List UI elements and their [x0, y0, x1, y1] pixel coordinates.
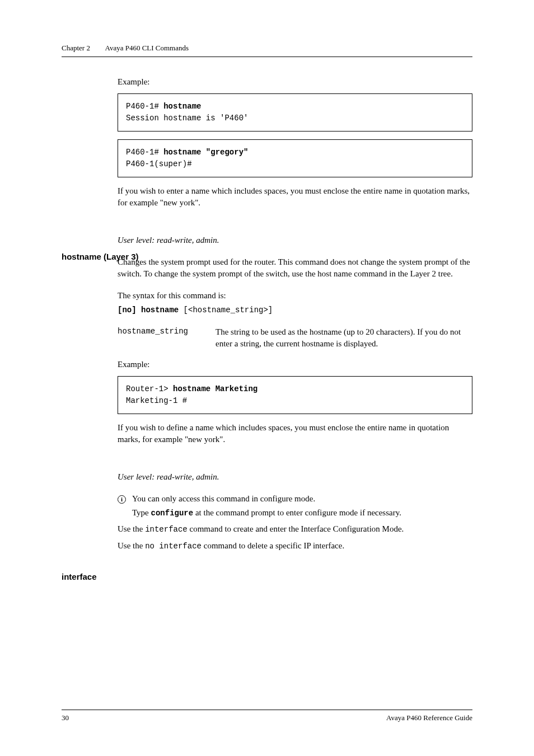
syntax-args: [<hostname_string>]: [179, 306, 273, 314]
code-text: Session hostname is 'P460': [126, 114, 248, 123]
inline-code: no interface: [145, 542, 202, 551]
user-level: User level: read-write, admin.: [118, 234, 472, 246]
code-command: hostname "gregory": [163, 148, 248, 157]
user-level: User level: read-write, admin.: [118, 471, 472, 483]
info-row: Type configure at the command prompt to …: [118, 507, 472, 519]
page-footer: 30 Avaya P460 Reference Guide: [62, 710, 472, 722]
section-heading: interface: [62, 572, 97, 581]
info-row: i You can only access this command in co…: [118, 493, 472, 505]
info-icon: i: [118, 493, 132, 505]
chapter-title: Avaya P460 CLI Commands: [105, 44, 189, 52]
syntax-label: The syntax for this command is:: [118, 290, 472, 302]
code-text: P460-1(super)#: [126, 159, 192, 168]
paragraph: Use the no interface command to delete a…: [118, 540, 472, 552]
info-text: You can only access this command in conf…: [132, 493, 472, 505]
text: Use the: [118, 524, 145, 533]
inline-code: configure: [151, 509, 194, 518]
text: command to create and enter the Interfac…: [188, 524, 404, 533]
parameter-name: hostname_string: [118, 326, 216, 350]
page-number: 30: [62, 713, 69, 722]
text: command to delete a specific IP interfac…: [202, 541, 344, 550]
syntax-line: [no] hostname [<hostname_string>]: [118, 305, 472, 316]
main-content: Example: P460-1# hostname Session hostna…: [118, 77, 472, 562]
book-title: Avaya P460 Reference Guide: [386, 713, 472, 722]
note-paragraph: If you wish to enter a name which includ…: [118, 185, 472, 209]
example-label: Example:: [118, 77, 472, 87]
code-block-2: P460-1# hostname "gregory" P460-1(super)…: [118, 139, 472, 177]
parameter-row: hostname_string The string to be used as…: [118, 326, 472, 350]
example-label: Example:: [118, 360, 472, 369]
note-paragraph: If you wish to define a name which inclu…: [118, 422, 472, 445]
text: at the command prompt to enter configure…: [193, 508, 401, 517]
section-heading: hostname (Layer 3): [62, 252, 139, 261]
paragraph: Use the interface command to create and …: [118, 523, 472, 536]
chapter-label: Chapter 2: [62, 44, 90, 52]
parameter-description: The string to be used as the hostname (u…: [216, 326, 472, 350]
code-command: hostname Marketing: [173, 384, 257, 393]
code-command: hostname: [163, 102, 201, 111]
code-text: Router-1>: [126, 384, 173, 393]
code-text: P460-1#: [126, 102, 163, 111]
code-block-3: Router-1> hostname Marketing Marketing-1…: [118, 376, 472, 414]
info-text: Type configure at the command prompt to …: [132, 507, 472, 519]
code-text: Marketing-1 #: [126, 396, 187, 405]
inline-code: interface: [145, 525, 188, 534]
code-text: P460-1#: [126, 148, 163, 157]
syntax-command: [no] hostname: [118, 306, 179, 314]
description: Changes the system prompt used for the r…: [118, 256, 472, 280]
code-block-1: P460-1# hostname Session hostname is 'P4…: [118, 93, 472, 132]
text: Type: [132, 508, 151, 517]
page-header: Chapter 2 Avaya P460 CLI Commands: [62, 44, 472, 57]
text: Use the: [118, 541, 145, 550]
